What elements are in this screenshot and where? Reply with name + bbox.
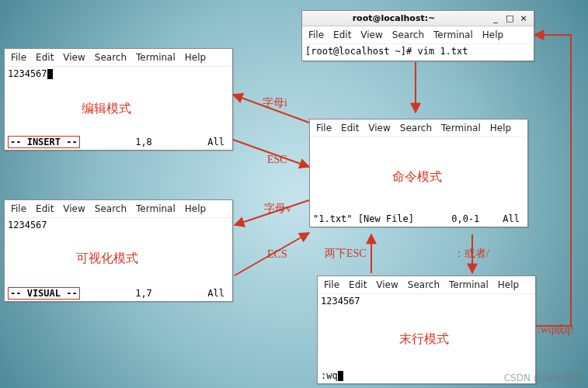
terminal-content[interactable]: [root@localhost ~]# vim 1.txt bbox=[302, 44, 534, 58]
arrow-label-letter-i: 字母i bbox=[263, 96, 287, 110]
label-command-mode: 命令模式 bbox=[392, 169, 442, 185]
arrow-label-letter-v: 字母v bbox=[264, 202, 291, 216]
watermark: CSDN @Dde调调 bbox=[504, 372, 580, 385]
menu-view[interactable]: View bbox=[376, 279, 398, 290]
cursor bbox=[338, 371, 343, 381]
menu-view[interactable]: View bbox=[360, 29, 382, 40]
menu-edit[interactable]: Edit bbox=[341, 123, 359, 133]
window-edit-mode: File Edit View Search Terminal Help 1234… bbox=[4, 48, 233, 151]
status-line: "1.txt" [New File] 0,0-1 All bbox=[310, 212, 527, 226]
menu-file[interactable]: File bbox=[316, 123, 332, 133]
menubar: File Edit View Search Terminal Help bbox=[5, 200, 232, 218]
menu-edit[interactable]: Edit bbox=[36, 203, 54, 214]
window-lastline-mode: File Edit View Search Terminal Help 1234… bbox=[317, 275, 536, 384]
menu-search[interactable]: Search bbox=[408, 279, 440, 290]
window-title: root@localhost:~ bbox=[302, 13, 485, 23]
status-line: -- INSERT -- 1,8 All bbox=[5, 135, 232, 149]
scroll-position: All bbox=[207, 137, 229, 147]
vim-mode-indicator: -- VISUAL -- bbox=[8, 287, 80, 300]
editor-text: 1234567 bbox=[321, 296, 360, 307]
menubar: File Edit View Search Terminal Help bbox=[310, 120, 527, 137]
cursor-position: 1,8 bbox=[80, 137, 208, 147]
menu-edit[interactable]: Edit bbox=[349, 279, 367, 290]
editor-text: 1234567 bbox=[8, 68, 47, 79]
menu-file[interactable]: File bbox=[11, 52, 26, 63]
status-line: -- VISUAL -- 1,7 All bbox=[5, 286, 232, 300]
menu-search[interactable]: Search bbox=[95, 203, 127, 214]
arrow-label-wq-q: :wq或q! bbox=[538, 323, 574, 337]
cursor-position: 0,0-1 bbox=[414, 213, 503, 224]
menu-terminal[interactable]: Terminal bbox=[433, 29, 473, 40]
menu-help[interactable]: Help bbox=[490, 123, 511, 133]
cursor-position: 1,7 bbox=[80, 288, 208, 299]
menu-help[interactable]: Help bbox=[498, 279, 519, 290]
ex-command: :wq bbox=[321, 370, 338, 381]
menu-edit[interactable]: Edit bbox=[36, 52, 54, 63]
menu-help[interactable]: Help bbox=[185, 52, 206, 63]
menu-search[interactable]: Search bbox=[392, 29, 424, 40]
titlebar: root@localhost:~ _ □ × bbox=[302, 11, 534, 26]
menubar: File Edit View Search Terminal Help bbox=[302, 26, 534, 44]
menubar: File Edit View Search Terminal Help bbox=[318, 276, 535, 294]
shell-prompt: [root@localhost ~]# vim 1.txt bbox=[305, 46, 468, 57]
menu-help[interactable]: Help bbox=[482, 29, 503, 40]
editor-text: 1234567 bbox=[8, 220, 47, 230]
cursor bbox=[47, 69, 53, 79]
menu-file[interactable]: File bbox=[11, 203, 26, 214]
menu-file[interactable]: File bbox=[324, 279, 339, 290]
menu-help[interactable]: Help bbox=[185, 203, 206, 214]
vim-mode-indicator: -- INSERT -- bbox=[8, 136, 80, 148]
scroll-position: All bbox=[503, 213, 524, 224]
menu-terminal[interactable]: Terminal bbox=[449, 279, 489, 290]
menu-search[interactable]: Search bbox=[400, 123, 432, 133]
label-visual-mode: 可视化模式 bbox=[76, 251, 138, 267]
menu-terminal[interactable]: Terminal bbox=[136, 203, 176, 214]
file-info: "1.txt" [New File] bbox=[313, 213, 414, 224]
arrow-label-double-esc: 两下ESC bbox=[325, 247, 367, 261]
maximize-button[interactable]: □ bbox=[506, 13, 513, 23]
menu-terminal[interactable]: Terminal bbox=[441, 123, 481, 133]
arrow-label-colon-slash: ：或者/ bbox=[454, 247, 489, 261]
arrow-label-ecs: ECS bbox=[267, 248, 287, 261]
close-button[interactable]: × bbox=[520, 13, 527, 23]
window-terminal-launch: root@localhost:~ _ □ × File Edit View Se… bbox=[301, 10, 534, 61]
label-lastline-mode: 末行模式 bbox=[399, 331, 449, 348]
arrow-label-esc: ESC bbox=[267, 154, 287, 166]
menu-terminal[interactable]: Terminal bbox=[136, 52, 176, 63]
menubar: File Edit View Search Terminal Help bbox=[5, 49, 232, 67]
status-line: :wq bbox=[318, 369, 535, 383]
menu-edit[interactable]: Edit bbox=[333, 29, 351, 40]
menu-search[interactable]: Search bbox=[95, 52, 127, 63]
label-edit-mode: 编辑模式 bbox=[82, 101, 131, 117]
menu-file[interactable]: File bbox=[308, 29, 324, 40]
menu-view[interactable]: View bbox=[63, 203, 85, 214]
scroll-position: All bbox=[207, 288, 229, 299]
menu-view[interactable]: View bbox=[63, 52, 85, 63]
minimize-button[interactable]: _ bbox=[492, 13, 499, 23]
menu-view[interactable]: View bbox=[368, 123, 390, 133]
